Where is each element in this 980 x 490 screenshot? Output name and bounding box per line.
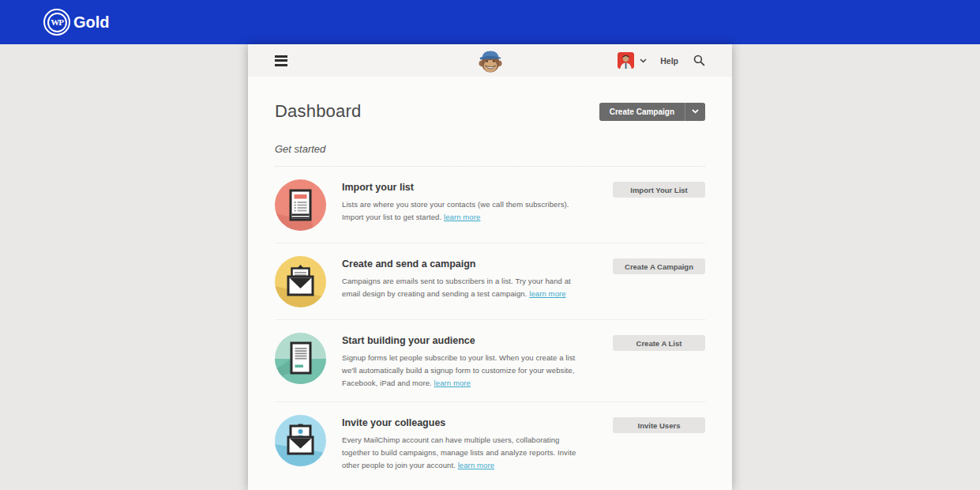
signup-form-document-icon [275, 333, 326, 384]
account-chevron-down-icon[interactable] [640, 58, 647, 63]
getstarted-row-import-list: Import your list Lists are where you sto… [275, 167, 705, 243]
page-title: Dashboard [275, 101, 361, 122]
learn-more-link[interactable]: learn more [529, 289, 565, 298]
site-topbar: WP Gold [0, 0, 980, 44]
learn-more-link[interactable]: learn more [444, 213, 480, 221]
getstarted-row-build-audience: Start building your audience Signup form… [275, 320, 705, 402]
site-logo-label: Gold [73, 13, 110, 32]
mailchimp-panel: Help Dashboard Create Campaign Get st [248, 44, 732, 490]
wp-gold-logo-icon: WP [43, 9, 70, 36]
getstarted-row-invite-colleagues: Invite your colleagues Every MailChimp a… [275, 402, 705, 484]
getstarted-row-create-campaign: Create and send a campaign Campaigns are… [275, 243, 705, 320]
hamburger-menu-icon[interactable] [275, 55, 287, 66]
create-campaign-split-button: Create Campaign [599, 103, 705, 121]
list-document-icon [275, 179, 326, 231]
search-icon[interactable] [693, 55, 705, 66]
import-your-list-button[interactable]: Import Your List [613, 182, 705, 198]
user-avatar[interactable] [618, 52, 634, 69]
item-title: Import your list [342, 182, 587, 193]
open-envelope-icon [275, 256, 326, 307]
create-a-list-button[interactable]: Create A List [613, 335, 705, 351]
create-campaign-caret[interactable] [685, 103, 705, 121]
header-actions: Help [618, 52, 705, 69]
item-title: Invite your colleagues [342, 417, 587, 428]
item-title: Start building your audience [342, 335, 587, 346]
app-header: Help [248, 44, 732, 77]
create-campaign-button[interactable]: Create Campaign [599, 103, 685, 121]
help-link[interactable]: Help [660, 56, 678, 66]
section-heading: Get started [275, 143, 705, 155]
envelope-user-icon [275, 415, 326, 466]
create-a-campaign-button[interactable]: Create A Campaign [613, 258, 705, 274]
dashboard-content: Dashboard Create Campaign Get started [248, 77, 732, 484]
item-title: Create and send a campaign [342, 258, 587, 270]
learn-more-link[interactable]: learn more [434, 379, 471, 387]
mailchimp-freddie-icon[interactable] [479, 48, 502, 77]
learn-more-link[interactable]: learn more [458, 461, 494, 469]
invite-users-button[interactable]: Invite Users [613, 417, 705, 433]
wp-monogram: WP [47, 13, 67, 32]
